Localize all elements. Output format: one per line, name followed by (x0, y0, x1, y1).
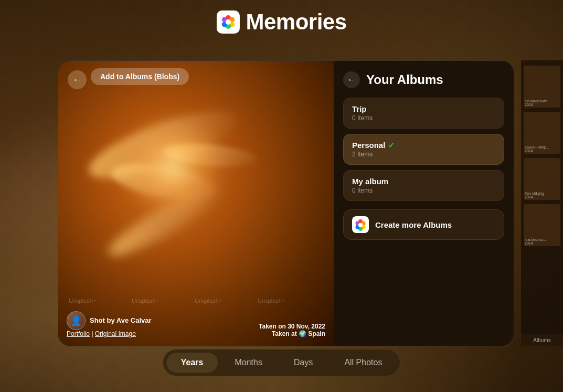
album-count-personal: 2 Items (352, 151, 495, 158)
taken-info: Taken on 30 Nov, 2022 Taken at 🌍 Spain (259, 323, 325, 337)
app-icon (216, 10, 239, 34)
attribution-links: Portfolio | Original Image (67, 330, 152, 337)
albums-back-icon: ← (347, 75, 356, 84)
tab-days[interactable]: Days (279, 353, 327, 373)
avatar: 👤 (67, 311, 86, 330)
taken-location: Taken at 🌍 Spain (259, 330, 325, 337)
right-thumb-text-2: eaves-l-lW9p...2024 (525, 145, 559, 153)
attribution: 👤 Shot by Ave Calvar Portfolio | Origina… (67, 311, 152, 337)
right-sidebar: cie-topped-wit...2024 eaves-l-lW9p...202… (521, 60, 563, 346)
create-albums-button[interactable]: Create more Albums (343, 209, 504, 240)
add-albums-button[interactable]: Add to Albums (Blobs) (91, 68, 189, 85)
app-header: Memories (216, 9, 346, 35)
right-thumb-text-1: cie-topped-wit...2024 (525, 99, 559, 107)
svg-point-6 (225, 19, 230, 25)
album-name-trip: Trip (352, 104, 495, 113)
tab-all-photos[interactable]: All Photos (330, 353, 397, 373)
right-thumb-text-3: ftan-old.png2024 (525, 192, 559, 199)
right-thumb-3: ftan-old.png2024 (524, 158, 560, 200)
app-title: Memories (246, 9, 346, 35)
unsplash-label-2: Unsplash+ (132, 298, 159, 304)
tab-years[interactable]: Years (166, 353, 218, 373)
unsplash-label-3: Unsplash+ (195, 298, 222, 304)
main-card: Unsplash+ Unsplash+ Unsplash+ Unsplash+ … (58, 60, 514, 346)
right-thumb-text-4: n-a-bedroo...2024 (525, 238, 559, 245)
albums-title: Your Albums (366, 72, 443, 87)
create-icon (352, 216, 369, 233)
portfolio-link[interactable]: Portfolio (67, 330, 90, 337)
albums-panel: ← Your Albums Trip 0 Items Personal ✓ 2 … (334, 61, 514, 346)
album-count-myalbum: 0 Items (352, 187, 495, 194)
right-thumb-4: n-a-bedroo...2024 (524, 204, 560, 246)
center-light (121, 113, 226, 218)
albums-tab-bottom: Albums (521, 334, 563, 346)
tab-months[interactable]: Months (220, 353, 277, 373)
album-item-myalbum[interactable]: My album 0 Items (343, 170, 504, 201)
right-thumb-1: cie-topped-wit...2024 (524, 66, 560, 108)
right-thumb-2: eaves-l-lW9p...2024 (524, 112, 560, 154)
unsplash-label-1: Unsplash+ (69, 298, 96, 304)
album-name-myalbum: My album (352, 177, 495, 186)
unsplash-label-4: Unsplash+ (258, 298, 285, 304)
bottom-tabs: Years Months Days All Photos (163, 349, 401, 376)
avatar-icon: 👤 (70, 315, 82, 326)
taken-date: Taken on 30 Nov, 2022 (259, 323, 325, 330)
album-item-personal[interactable]: Personal ✓ 2 Items (343, 134, 504, 165)
album-name-personal: Personal ✓ (352, 141, 495, 150)
back-icon: ← (72, 75, 82, 86)
shot-by: Shot by Ave Calvar (90, 316, 152, 324)
albums-header: ← Your Albums (343, 71, 504, 88)
check-icon: ✓ (388, 141, 395, 150)
back-button[interactable]: ← (68, 70, 87, 89)
photo-area: Unsplash+ Unsplash+ Unsplash+ Unsplash+ … (58, 61, 334, 346)
svg-point-13 (358, 223, 363, 227)
album-item-trip[interactable]: Trip 0 Items (343, 98, 504, 129)
albums-back-button[interactable]: ← (343, 71, 360, 88)
original-link[interactable]: Original Image (95, 330, 136, 337)
album-count-trip: 0 Items (352, 114, 495, 122)
create-albums-label: Create more Albums (375, 220, 452, 229)
